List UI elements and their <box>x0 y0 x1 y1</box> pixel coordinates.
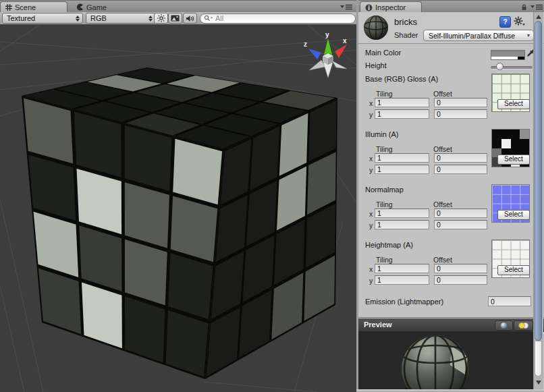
tab-game[interactable]: Game <box>72 1 115 13</box>
texture-thumbnail-height[interactable]: Select <box>491 240 530 278</box>
neg-y-cone[interactable] <box>323 63 333 78</box>
offset-y-input[interactable] <box>434 109 487 119</box>
x-row-label: x <box>369 155 373 163</box>
search-placeholder: All <box>215 14 223 22</box>
shader-label: Shader <box>394 31 418 39</box>
chevron-down-icon: ▾ <box>527 32 530 38</box>
scene-panel-menu-icon[interactable] <box>340 4 352 10</box>
preview-viewport[interactable] <box>358 331 543 390</box>
material-name: bricks <box>394 17 417 27</box>
select-button[interactable]: Select <box>497 99 530 109</box>
sun-icon <box>157 14 165 22</box>
help-icon[interactable]: ? <box>499 16 511 28</box>
texture-section-base: Base (RGB) Gloss (A) Tiling Offset x y S… <box>358 75 544 129</box>
offset-x-input[interactable] <box>434 98 487 107</box>
offset-header: Offset <box>433 145 452 153</box>
tiling-y-input[interactable] <box>375 109 429 119</box>
y-row-label: y <box>369 166 373 174</box>
neg-x-cone[interactable] <box>332 61 347 69</box>
texture-section-normal: Normalmap Tiling Offset x y Select <box>358 186 544 240</box>
render-mode-dropdown[interactable]: RGB <box>86 13 156 24</box>
color-swatch-rgb <box>491 51 524 57</box>
tab-inspector-label: Inspector <box>375 3 406 11</box>
gear-icon <box>514 16 525 26</box>
inspector-panel-menu-icon[interactable] <box>531 4 543 10</box>
scene-tabstrip: Scene Game <box>0 0 356 13</box>
tiling-header: Tiling <box>376 90 393 98</box>
select-button[interactable]: Select <box>497 265 530 275</box>
tiling-x-input[interactable] <box>375 264 429 273</box>
y-row-label: y <box>369 221 373 229</box>
lock-icon[interactable] <box>520 3 528 11</box>
tiling-header: Tiling <box>376 200 393 208</box>
y-row-label: y <box>369 111 373 119</box>
illumin-square <box>520 130 529 139</box>
x-row-label: x <box>369 210 373 218</box>
inspector-scrollbar[interactable] <box>533 12 543 389</box>
preview-sphere <box>358 331 543 390</box>
main-color-label: Main Color <box>365 49 401 57</box>
tiling-header: Tiling <box>376 256 393 264</box>
preview-panel: Preview <box>358 317 544 390</box>
tab-inspector[interactable]: Inspector <box>360 1 422 13</box>
illumin-square <box>501 139 511 148</box>
draw-mode-dropdown[interactable]: Textured <box>2 13 83 24</box>
offset-x-input[interactable] <box>434 208 487 218</box>
tab-game-label: Game <box>86 3 107 11</box>
select-button[interactable]: Select <box>497 155 530 165</box>
scene-cube[interactable] <box>22 67 337 379</box>
tiling-y-input[interactable] <box>375 165 429 174</box>
offset-y-input[interactable] <box>434 275 487 285</box>
offset-x-input[interactable] <box>434 153 487 163</box>
tiling-x-input[interactable] <box>375 153 429 163</box>
y-row-label: y <box>369 277 373 285</box>
draw-mode-value: Textured <box>7 14 35 22</box>
offset-y-input[interactable] <box>434 220 487 229</box>
x-row-label: x <box>369 99 373 107</box>
speaker-icon <box>186 15 194 22</box>
emission-input[interactable] <box>488 296 531 306</box>
shader-dropdown[interactable]: Self-Illumin/Parallax Diffuse ▾ <box>423 30 534 41</box>
texture-section-illumin: Illumin (A) Tiling Offset x y Select <box>358 130 544 184</box>
section-label: Heightmap (A) <box>365 241 413 249</box>
tiling-x-input[interactable] <box>375 208 429 218</box>
color-swatch-alpha-tail <box>518 57 524 59</box>
select-button[interactable]: Select <box>497 210 530 220</box>
section-label: Illumin (A) <box>365 130 399 138</box>
game-icon <box>76 3 84 11</box>
offset-x-input[interactable] <box>434 264 487 273</box>
lighting-toggle-button[interactable] <box>154 13 168 24</box>
gear-menu[interactable] <box>514 16 525 29</box>
texture-thumbnail-base[interactable]: Select <box>491 74 530 112</box>
texture-section-height: Heightmap (A) Tiling Offset x y Select <box>358 241 544 295</box>
triangle-up-icon <box>536 15 541 19</box>
z-axis-cone[interactable] <box>308 49 321 59</box>
preview-shape-button[interactable] <box>495 320 513 331</box>
main-color-swatch[interactable] <box>491 50 525 60</box>
tiling-x-input[interactable] <box>375 98 429 107</box>
scroll-down-button[interactable] <box>534 377 543 388</box>
orientation-gizmo[interactable]: y x z <box>304 31 347 78</box>
texture-thumbnail-illumin[interactable]: Select <box>491 129 530 167</box>
search-icon <box>204 15 213 22</box>
z-axis-label: z <box>304 40 307 48</box>
texture-thumbnail-normal[interactable]: Select <box>491 184 530 223</box>
scene-toolbar: Textured RGB <box>0 12 356 25</box>
scroll-up-button[interactable] <box>534 13 543 21</box>
shader-value: Self-Illumin/Parallax Diffuse <box>429 32 515 40</box>
scene-viewport[interactable]: y x z <box>0 24 356 392</box>
scrollbar-track[interactable] <box>535 341 542 376</box>
tiling-header: Tiling <box>376 145 393 153</box>
material-sphere-thumbnail[interactable] <box>363 15 389 40</box>
scrollbar-thumb[interactable] <box>535 21 542 341</box>
audio-toggle-button[interactable] <box>183 13 197 24</box>
preview-light-toggle-button[interactable] <box>514 320 533 331</box>
y-axis-label: y <box>325 31 329 38</box>
offset-y-input[interactable] <box>434 165 487 174</box>
skybox-toggle-button[interactable] <box>168 13 182 24</box>
updown-arrows-icon <box>148 16 153 22</box>
tab-scene[interactable]: Scene <box>0 1 67 13</box>
tiling-y-input[interactable] <box>375 220 429 229</box>
search-field[interactable]: All <box>200 13 356 24</box>
tiling-y-input[interactable] <box>375 275 429 285</box>
